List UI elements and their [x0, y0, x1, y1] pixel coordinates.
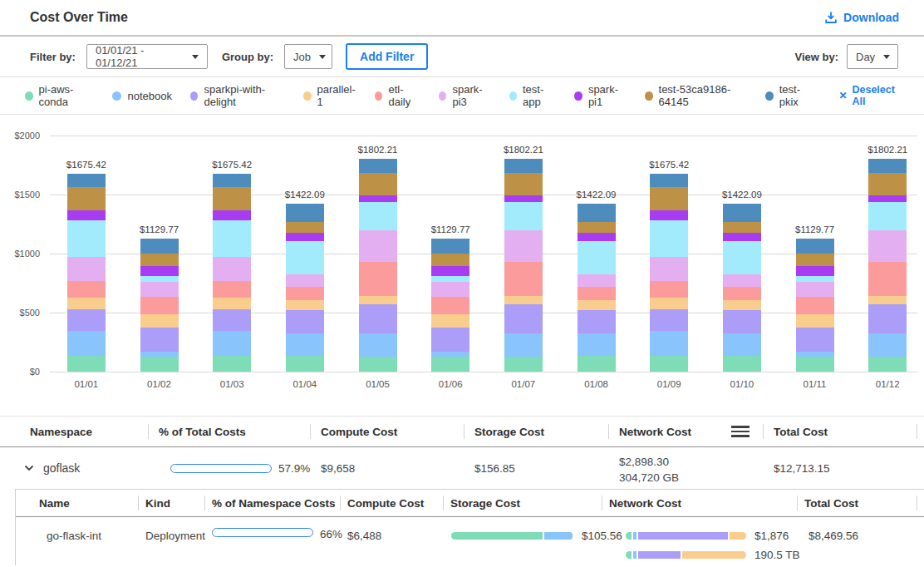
bar-segment[interactable]: [796, 297, 834, 314]
stacked-bar[interactable]: [140, 239, 179, 372]
bar-segment[interactable]: [431, 239, 469, 254]
bar-segment[interactable]: [796, 282, 834, 297]
group-by-select[interactable]: Job: [284, 44, 332, 69]
bar-segment[interactable]: [723, 333, 761, 356]
bar-segment[interactable]: [213, 281, 251, 298]
bar-segment[interactable]: [796, 314, 834, 328]
add-filter-button[interactable]: Add Filter: [346, 43, 428, 70]
bar-segment[interactable]: [723, 356, 761, 372]
col-header-compute[interactable]: Compute Cost: [340, 490, 443, 516]
bar-segment[interactable]: [504, 230, 543, 261]
stacked-bar[interactable]: [213, 174, 251, 372]
bar-segment[interactable]: [213, 298, 251, 309]
view-by-select[interactable]: Day: [847, 44, 898, 69]
bar-segment[interactable]: [213, 187, 251, 210]
bar-segment[interactable]: [650, 281, 688, 298]
bar-segment[interactable]: [213, 174, 251, 187]
bar-segment[interactable]: [67, 298, 106, 309]
bar-segment[interactable]: [504, 173, 543, 195]
bar-segment[interactable]: [431, 297, 469, 314]
bar-segment[interactable]: [650, 174, 688, 187]
bar-segment[interactable]: [650, 298, 688, 309]
bar-segment[interactable]: [359, 357, 397, 372]
bar-segment[interactable]: [140, 328, 179, 351]
bar-segment[interactable]: [359, 202, 397, 230]
bar-segment[interactable]: [796, 266, 834, 276]
legend-item[interactable]: test-53ca9186-64145: [645, 83, 747, 108]
bar-segment[interactable]: [359, 333, 397, 356]
bar-segment[interactable]: [286, 310, 324, 334]
col-header-namespace[interactable]: Namespace: [0, 417, 148, 446]
legend-item[interactable]: test-pkix: [765, 83, 813, 108]
col-header-network[interactable]: Network Cost: [608, 417, 763, 446]
bar-segment[interactable]: [868, 333, 907, 356]
bar-segment[interactable]: [504, 159, 543, 173]
bar-segment[interactable]: [140, 239, 179, 254]
menu-icon[interactable]: [731, 424, 750, 440]
bar-segment[interactable]: [359, 173, 397, 195]
bar-segment[interactable]: [796, 276, 834, 282]
bar-segment[interactable]: [504, 202, 543, 230]
bar-segment[interactable]: [286, 274, 324, 288]
bar-segment[interactable]: [140, 314, 179, 328]
bar-segment[interactable]: [286, 333, 324, 356]
bar-segment[interactable]: [796, 239, 834, 254]
namespace-cell[interactable]: goflask: [0, 447, 148, 489]
bar-segment[interactable]: [504, 195, 543, 202]
bar-segment[interactable]: [359, 159, 397, 173]
legend-item[interactable]: spark-pi1: [574, 83, 627, 108]
bar-segment[interactable]: [140, 297, 179, 314]
bar-segment[interactable]: [431, 328, 469, 351]
legend-item[interactable]: test-app: [509, 83, 557, 108]
col-header-compute[interactable]: Compute Cost: [310, 417, 464, 446]
bar-segment[interactable]: [504, 296, 543, 304]
col-header-total[interactable]: Total Cost: [763, 417, 924, 446]
bar-segment[interactable]: [578, 233, 616, 241]
bar-segment[interactable]: [504, 304, 543, 334]
bar-segment[interactable]: [578, 310, 616, 334]
col-header-storage[interactable]: Storage Cost: [443, 490, 602, 516]
bar-segment[interactable]: [723, 233, 761, 241]
bar-segment[interactable]: [723, 241, 761, 274]
bar-segment[interactable]: [67, 281, 106, 298]
stacked-bar[interactable]: [578, 204, 616, 372]
legend-item[interactable]: sparkpi-with-delight: [190, 83, 285, 108]
bar-segment[interactable]: [650, 187, 688, 210]
bar-segment[interactable]: [578, 241, 616, 274]
bar-segment[interactable]: [67, 309, 106, 331]
bar-segment[interactable]: [796, 254, 834, 266]
bar-segment[interactable]: [650, 309, 688, 331]
bar-segment[interactable]: [213, 220, 251, 257]
bar-segment[interactable]: [213, 257, 251, 282]
bar-segment[interactable]: [578, 287, 616, 300]
stacked-bar[interactable]: [431, 239, 469, 372]
bar-segment[interactable]: [504, 357, 543, 372]
bar-segment[interactable]: [723, 287, 761, 300]
bar-segment[interactable]: [213, 356, 251, 372]
date-range-select[interactable]: 01/01/21 - 01/12/21: [86, 44, 208, 69]
legend-item[interactable]: parallel-1: [303, 83, 356, 108]
bar-segment[interactable]: [868, 262, 907, 296]
bar-segment[interactable]: [431, 276, 469, 282]
bar-segment[interactable]: [213, 331, 251, 356]
bar-segment[interactable]: [650, 210, 688, 220]
download-button[interactable]: Download: [824, 11, 899, 24]
bar-segment[interactable]: [140, 254, 179, 266]
stacked-bar[interactable]: [650, 174, 688, 372]
bar-segment[interactable]: [796, 357, 834, 372]
bar-segment[interactable]: [213, 210, 251, 220]
bar-segment[interactable]: [578, 300, 616, 310]
legend-item[interactable]: spark-pi3: [439, 83, 491, 108]
bar-segment[interactable]: [431, 254, 469, 266]
bar-segment[interactable]: [67, 331, 106, 356]
bar-segment[interactable]: [723, 204, 761, 222]
bar-segment[interactable]: [868, 202, 907, 230]
bar-segment[interactable]: [868, 304, 907, 334]
stacked-bar[interactable]: [286, 204, 324, 372]
bar-segment[interactable]: [650, 220, 688, 257]
bar-segment[interactable]: [140, 276, 179, 282]
col-header-total[interactable]: Total Cost: [797, 490, 924, 516]
col-header-network[interactable]: Network Cost: [602, 490, 797, 516]
bar-segment[interactable]: [359, 304, 397, 334]
stacked-bar[interactable]: [67, 174, 106, 372]
